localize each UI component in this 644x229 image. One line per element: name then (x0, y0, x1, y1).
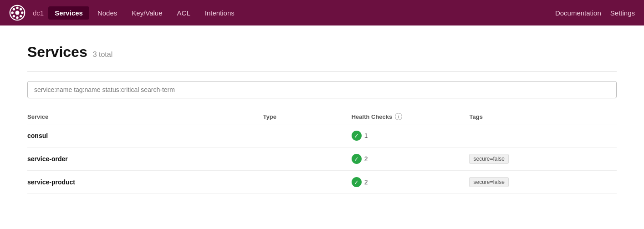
service-count: 3 total (93, 51, 113, 59)
nav-items: Services Nodes Key/Value ACL Intentions (48, 6, 555, 20)
svg-point-4 (11, 11, 14, 14)
health-passing-icon: ✓ (352, 131, 362, 141)
tag-badge: secure=false (469, 177, 508, 187)
services-table: Service Type Health Checks i Tags consul… (27, 109, 617, 194)
service-tags: secure=false (469, 171, 617, 194)
service-type (263, 124, 352, 148)
brand-logo[interactable] (9, 5, 26, 21)
svg-point-6 (13, 8, 15, 10)
nav-keyvalue[interactable]: Key/Value (125, 6, 169, 20)
table-row: consul✓1 (27, 124, 617, 148)
tag-badge: secure=false (469, 154, 508, 164)
table-row: service-order✓2secure=false (27, 148, 617, 171)
health-passing-icon: ✓ (352, 154, 362, 164)
health-passing-icon: ✓ (352, 177, 362, 187)
settings-link[interactable]: Settings (610, 9, 635, 17)
svg-point-9 (13, 15, 15, 17)
service-health: ✓1 (352, 124, 470, 148)
health-passing-count: 1 (364, 132, 368, 139)
service-health: ✓2 (352, 148, 470, 171)
svg-point-1 (15, 11, 20, 15)
nav-services[interactable]: Services (48, 6, 89, 20)
datacenter-label[interactable]: dc1 (33, 9, 44, 17)
table-row: service-product✓2secure=false (27, 171, 617, 194)
service-name[interactable]: consul (27, 132, 48, 139)
page-title: Services (27, 44, 87, 61)
navbar: dc1 Services Nodes Key/Value ACL Intenti… (0, 0, 644, 25)
service-tags (469, 124, 617, 148)
search-input[interactable] (27, 81, 617, 98)
service-type (263, 148, 352, 171)
documentation-link[interactable]: Documentation (555, 9, 601, 17)
service-health: ✓2 (352, 171, 470, 194)
table-header-row: Service Type Health Checks i Tags (27, 109, 617, 124)
service-type (263, 171, 352, 194)
col-header-service: Service (27, 109, 263, 124)
col-header-tags: Tags (469, 109, 617, 124)
nav-nodes[interactable]: Nodes (91, 6, 123, 20)
navbar-right-links: Documentation Settings (555, 9, 635, 17)
svg-point-7 (20, 15, 22, 17)
service-name[interactable]: service-product (27, 178, 75, 186)
service-tags: secure=false (469, 148, 617, 171)
svg-point-8 (20, 8, 22, 10)
svg-point-3 (16, 16, 18, 19)
col-header-type: Type (263, 109, 352, 124)
health-checks-info-icon[interactable]: i (395, 113, 402, 120)
svg-point-5 (21, 11, 23, 14)
svg-point-2 (16, 7, 18, 9)
main-content: Services 3 total Service Type Health Che… (0, 25, 644, 203)
service-name[interactable]: service-order (27, 155, 68, 163)
page-header: Services 3 total (27, 44, 617, 61)
col-header-health: Health Checks i (352, 109, 470, 124)
health-passing-count: 2 (364, 155, 368, 163)
health-checks-label: Health Checks (352, 113, 393, 120)
header-divider (27, 71, 617, 72)
health-passing-count: 2 (364, 178, 368, 186)
nav-acl[interactable]: ACL (171, 6, 197, 20)
nav-intentions[interactable]: Intentions (199, 6, 241, 20)
